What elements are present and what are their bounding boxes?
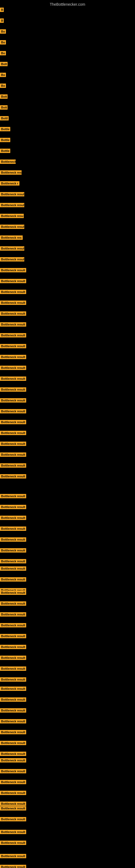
bottleneck-result-badge: Bottleneck result [0,656,26,660]
bottleneck-result-badge: Bottleneck result [0,817,26,822]
bottleneck-result-badge: Bottleneck result [0,666,26,671]
badge-item: Bottleneck result [0,290,26,295]
bottleneck-result-badge: Bottleneck result [0,537,26,542]
bottleneck-result-badge: Bottleneck res [0,236,23,240]
bottleneck-result-badge: Bo [0,73,6,77]
bottleneck-result-badge: Bottleneck result [0,301,26,305]
badge-item: Bottleneck result [0,769,26,774]
bottleneck-result-badge: Bottleneck result [0,420,26,424]
badge-item: Bottleneck result [0,752,26,757]
badge-item: Bottle [0,127,10,132]
bottleneck-result-badge: Bottleneck r [0,181,19,186]
bottleneck-result-badge: Bottleneck result [0,409,26,413]
bottleneck-result-badge: Bottleneck result [0,453,26,457]
bottleneck-result-badge: Bottl [0,116,9,120]
bottleneck-result-badge: Bottleneck [0,159,16,164]
bottleneck-result-badge: Bottleneck result [0,355,26,359]
bottleneck-result-badge: Bottleneck result [0,752,26,756]
badge-item: Bottleneck result [0,559,26,564]
badge-item: Bottleneck result [0,388,26,393]
badge-item: Bottleneck result [0,666,26,672]
bottleneck-result-badge: Bottleneck result [0,290,26,294]
bottleneck-result-badge: Bottleneck result [0,192,24,196]
bottleneck-result-badge: Bottleneck result [0,634,26,638]
badge-item: Bottleneck result [0,758,26,764]
badge-item: Bott [0,105,8,111]
bottleneck-result-badge: Bottleneck result [0,677,26,682]
badge-item: Bottleneck result [0,376,26,382]
bottleneck-result-badge: B [0,19,4,23]
badge-item: Bottleneck result [0,590,26,596]
bottleneck-result-badge: Bottleneck resu [0,170,21,175]
badge-item: Bottleneck result [0,634,26,639]
badge-item: Bottleneck result [0,537,26,543]
bottleneck-result-badge: Bottleneck result [0,398,26,403]
badge-item: Bottleneck result [0,686,26,692]
bottleneck-result-badge: Bottleneck result [0,344,26,348]
bottleneck-result-badge: Bottleneck result [0,246,24,251]
badge-item: Bottl [0,116,9,122]
bottleneck-result-badge: Bo [0,40,6,44]
badge-item: Bottleneck result [0,322,26,328]
badge-item: Bottleneck result [0,708,26,714]
badge-item: Bottleneck result [0,698,26,703]
bottleneck-result-badge: Bottleneck result [0,203,24,207]
bottleneck-result-badge: Bottleneck result [0,758,26,763]
badge-item: Bo [0,73,6,78]
badge-item: Bo [0,51,6,56]
badge-item: Bottleneck result [0,817,26,823]
bottleneck-result-badge: B [0,8,4,12]
badge-item: Bottleneck result [0,854,26,859]
bottleneck-result-badge: Bo [0,29,6,34]
bottleneck-result-badge: Bottleneck resu [0,214,24,218]
badge-item: Bottleneck result [0,577,26,583]
bottleneck-result-badge: Bottleneck result [0,730,26,734]
bottleneck-result-badge: Bottleneck result [0,865,26,868]
bottleneck-result-badge: Bottleneck result [0,698,26,702]
badge-item: Bottleneck result [0,516,26,521]
bottleneck-result-badge: Bottleneck result [0,333,26,337]
bottleneck-result-badge: Bott [0,105,8,110]
badge-item: Bottleneck result [0,830,26,835]
badge-item: Bottleneck result [0,246,24,252]
bottleneck-result-badge: Bottleneck result [0,527,26,531]
badge-item: Bottleneck resu [0,170,21,176]
bottleneck-result-badge: Bottleneck result [0,791,26,795]
bottleneck-result-badge: Bottle [0,127,10,131]
bottleneck-result-badge: Bottleneck result [0,474,26,478]
badge-item: Bottleneck result [0,623,26,628]
badge-item: Bottleneck result [0,601,26,607]
bottleneck-result-badge: Bo [0,51,6,55]
badge-item: Bottleneck result [0,841,26,846]
badge-item: B [0,19,4,24]
bottleneck-result-badge: Bottleneck result [0,559,26,563]
bottleneck-result-badge: Bottleneck result [0,612,26,617]
badge-item: Bottleneck result [0,741,26,746]
badge-item: Bott [0,62,8,67]
badge-item: Bottleneck result [0,656,26,661]
badge-item: Bottleneck result [0,505,26,510]
badge-item: Bottleneck result [0,301,26,306]
badge-item: Bottleneck result [0,409,26,414]
badge-item: Bottleneck result [0,780,26,785]
badge-item: Bottleneck r [0,181,19,187]
badge-item: Bottleneck result [0,268,26,273]
badge-item: B [0,8,4,13]
badge-item: Bottleneck result [0,719,26,724]
badge-item: Bottleneck result [0,431,26,436]
bottleneck-result-badge: Bottleneck result [0,516,26,520]
badge-item: Bottleneck result [0,420,26,425]
badge-item: Bottleneck result [0,192,24,197]
badge-item: Bottleneck result [0,398,26,404]
badge-item: Bottleneck result [0,791,26,796]
bottleneck-result-badge: Bottl​e [0,149,10,153]
badge-item: Bottleneck [0,159,16,165]
badge-item: Bottleneck result [0,225,24,230]
bottleneck-result-badge: Bottleneck result [0,741,26,745]
bottleneck-result-badge: Bottleneck result [0,645,26,649]
bottleneck-result-badge: Bottleneck result [0,548,26,553]
bottleneck-result-badge: Bottleneck result [0,854,26,858]
badge-item: Bott [0,94,8,100]
bottleneck-result-badge: Bottleneck result [0,279,26,283]
badge-item: Bottleneck result [0,279,26,284]
